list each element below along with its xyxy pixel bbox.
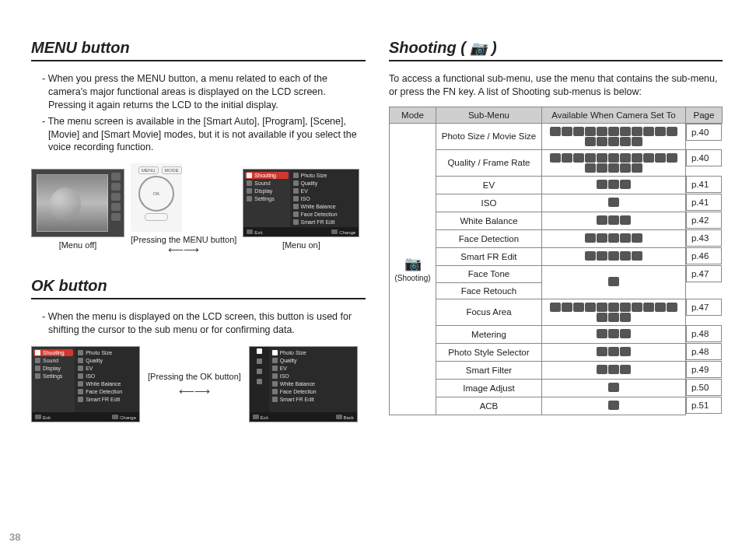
th-page: Page: [685, 107, 722, 123]
page-cell: p.47: [686, 299, 722, 316]
menu-item: Face Detection: [292, 211, 358, 218]
menu-item: ISO: [76, 373, 138, 380]
page-cell: p.43: [686, 229, 722, 247]
th-sub: Sub-Menu: [436, 107, 542, 123]
menu-item: Smart FR Edit: [271, 396, 355, 403]
avail-cell: [541, 149, 685, 176]
menu-item: Quality: [271, 357, 355, 364]
menu-item: ISO: [292, 195, 358, 202]
menu-item: Face Detection: [271, 388, 355, 395]
submenu-cell: Face Tone: [436, 265, 542, 282]
table-row: Smart FR Editp.46: [390, 247, 723, 265]
menu-item: Photo Size: [271, 349, 355, 356]
table-row: Meteringp.48: [390, 325, 723, 343]
submenu-cell: EV: [436, 176, 542, 194]
menu-item: Sound: [33, 357, 73, 364]
page-cell: p.42: [686, 212, 722, 229]
pad-mode-label: MODE: [162, 166, 182, 174]
submenu-cell: Focus Area: [436, 299, 542, 325]
page-cell: p.48: [686, 343, 722, 360]
submenu-cell: Metering: [436, 325, 542, 343]
menu-item: Smart FR Edit: [76, 396, 138, 403]
double-arrow-icon: ⟵⟶: [171, 386, 218, 397]
menu-button-description: - When you press the MENU button, a menu…: [42, 72, 366, 154]
menu-item: Display: [33, 365, 73, 372]
menu-item: White Balance: [271, 380, 355, 387]
camera-icon: 📷: [404, 256, 422, 271]
menu-item: Settings: [245, 195, 288, 202]
avail-cell: [541, 265, 685, 299]
table-row: ISOp.41: [390, 194, 723, 212]
avail-cell: [541, 325, 685, 343]
menu-item: Smart FR Edit: [292, 219, 358, 226]
submenu-cell: Photo Style Selector: [436, 343, 542, 361]
avail-cell: [541, 361, 685, 379]
lcd-ok-before: ShootingSoundDisplaySettings Photo SizeQ…: [31, 346, 140, 422]
mode-cell: 📷(Shooting): [390, 123, 436, 415]
ok-p1: - When the menu is displayed on the LCD …: [42, 310, 366, 337]
lcd-ok-after: Photo SizeQualityEVISOWhite BalanceFace …: [249, 346, 358, 422]
ok-button-description: - When the menu is displayed on the LCD …: [42, 310, 366, 337]
menu-item: EV: [76, 365, 138, 372]
table-row: ACBp.51: [390, 397, 723, 415]
menu-p1: - When you press the MENU button, a menu…: [42, 72, 366, 112]
page-cell: p.40: [686, 124, 722, 141]
menu-on-caption: [Menu on]: [243, 240, 359, 250]
table-row: White Balancep.42: [390, 212, 723, 229]
menu-item: Photo Size: [292, 172, 358, 179]
page-cell: p.40: [686, 149, 722, 166]
submenu-cell: ACB: [436, 397, 542, 415]
menu-item: Face Detection: [76, 388, 138, 395]
table-row: EVp.41: [390, 176, 723, 194]
menu-item: Shooting: [33, 349, 73, 356]
submenu-cell: Smart FR Edit: [436, 247, 542, 265]
menu-off-caption: [Menu off]: [31, 240, 124, 250]
control-pad-illustration: MENU MODE OK: [131, 163, 182, 232]
ok2-bar-back: Back: [344, 415, 354, 420]
menu-item: Photo Size: [76, 349, 138, 356]
shooting-intro: To access a functional sub-menu, use the…: [389, 72, 723, 99]
ok2-bar-exit: Exit: [261, 415, 268, 420]
menu-button-heading: MENU button: [31, 39, 366, 61]
page-cell: p.41: [686, 194, 722, 211]
ok-caption: [Pressing the OK button]: [148, 372, 241, 382]
submenu-cell: Smart Filter: [436, 361, 542, 379]
page-cell: p.49: [686, 361, 722, 378]
avail-cell: [541, 397, 685, 415]
menu-bar-exit: Exit: [247, 229, 262, 235]
lcd-menu-off: [31, 169, 124, 237]
menu-item: Shooting: [245, 172, 288, 179]
ok-figure-row: ShootingSoundDisplaySettings Photo SizeQ…: [31, 346, 366, 422]
mode-label: (Shooting): [394, 274, 431, 282]
avail-cell: [541, 123, 685, 149]
menu-item: EV: [292, 187, 358, 194]
menu-bar-change: Change: [331, 229, 355, 235]
menu-item: Display: [245, 187, 288, 194]
avail-cell: [541, 299, 685, 325]
avail-cell: [541, 194, 685, 212]
lcd-menu-on: ShootingSoundDisplaySettings Photo SizeQ…: [243, 169, 359, 237]
table-row: Face Tonep.47: [390, 265, 723, 282]
table-row: Image Adjustp.50: [390, 379, 723, 397]
pad-dial: OK: [138, 176, 174, 212]
menu-item: White Balance: [292, 203, 358, 210]
page-cell: p.41: [686, 176, 722, 193]
page-cell: p.48: [686, 325, 722, 342]
avail-cell: [541, 247, 685, 265]
submenu-cell: Face Retouch: [436, 282, 542, 299]
submenu-cell: White Balance: [436, 212, 542, 229]
avail-cell: [541, 343, 685, 361]
th-mode: Mode: [390, 107, 436, 123]
ok1-bar-exit: Exit: [43, 415, 51, 420]
submenu-cell: ISO: [436, 194, 542, 212]
pad-menu-label: MENU: [138, 166, 159, 174]
submenu-cell: Face Detection: [436, 229, 542, 247]
menu-p2: - The menu screen is available in the [S…: [42, 115, 366, 155]
submenu-cell: Photo Size / Movie Size: [436, 123, 542, 149]
avail-cell: [541, 176, 685, 194]
menu-item: Settings: [33, 373, 73, 380]
table-row: Photo Style Selectorp.48: [390, 343, 723, 361]
avail-cell: [541, 212, 685, 229]
shooting-heading: Shooting ( 📷 ): [389, 39, 723, 61]
menu-item: Quality: [76, 357, 138, 364]
